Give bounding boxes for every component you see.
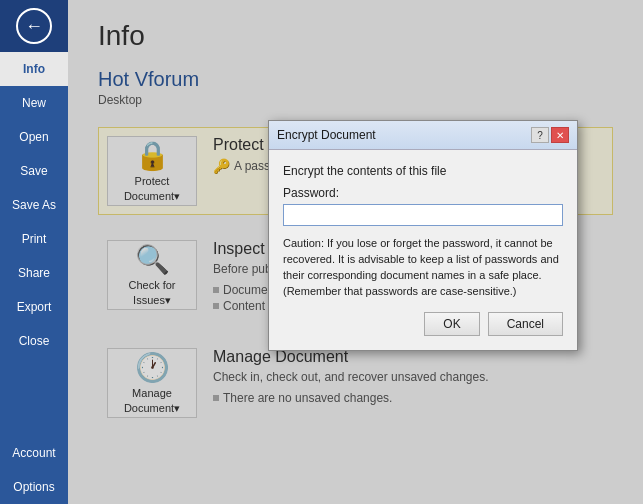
- dialog-overlay: Encrypt Document ? ✕ Encrypt the content…: [68, 0, 643, 504]
- sidebar-item-save[interactable]: Save: [0, 154, 68, 188]
- dialog-footer: OK Cancel: [283, 312, 563, 340]
- sidebar-item-share[interactable]: Share: [0, 256, 68, 290]
- sidebar-nav: Info New Open Save Save As Print Share E…: [0, 52, 68, 436]
- back-button[interactable]: ←: [0, 0, 68, 52]
- sidebar-item-open[interactable]: Open: [0, 120, 68, 154]
- encrypt-dialog: Encrypt Document ? ✕ Encrypt the content…: [268, 120, 578, 351]
- dialog-title: Encrypt Document: [277, 128, 376, 142]
- sidebar-item-export[interactable]: Export: [0, 290, 68, 324]
- sidebar-item-account[interactable]: Account: [0, 436, 68, 470]
- dialog-body-text: Encrypt the contents of this file: [283, 164, 563, 178]
- password-input[interactable]: [283, 204, 563, 226]
- cancel-button[interactable]: Cancel: [488, 312, 563, 336]
- main-content: Info Hot Vforum Desktop 🔒 ProtectDocumen…: [68, 0, 643, 504]
- sidebar: ← Info New Open Save Save As Print Share…: [0, 0, 68, 504]
- sidebar-item-new[interactable]: New: [0, 86, 68, 120]
- back-icon: ←: [16, 8, 52, 44]
- sidebar-bottom: Account Options: [0, 436, 68, 504]
- password-label: Password:: [283, 186, 563, 200]
- sidebar-item-close[interactable]: Close: [0, 324, 68, 358]
- dialog-body: Encrypt the contents of this file Passwo…: [269, 150, 577, 350]
- dialog-titlebar: Encrypt Document ? ✕: [269, 121, 577, 150]
- dialog-controls: ? ✕: [531, 127, 569, 143]
- sidebar-item-options[interactable]: Options: [0, 470, 68, 504]
- sidebar-item-info[interactable]: Info: [0, 52, 68, 86]
- dialog-close-button[interactable]: ✕: [551, 127, 569, 143]
- sidebar-item-print[interactable]: Print: [0, 222, 68, 256]
- dialog-warning: Caution: If you lose or forget the passw…: [283, 236, 563, 300]
- dialog-help-button[interactable]: ?: [531, 127, 549, 143]
- sidebar-item-save-as[interactable]: Save As: [0, 188, 68, 222]
- ok-button[interactable]: OK: [424, 312, 479, 336]
